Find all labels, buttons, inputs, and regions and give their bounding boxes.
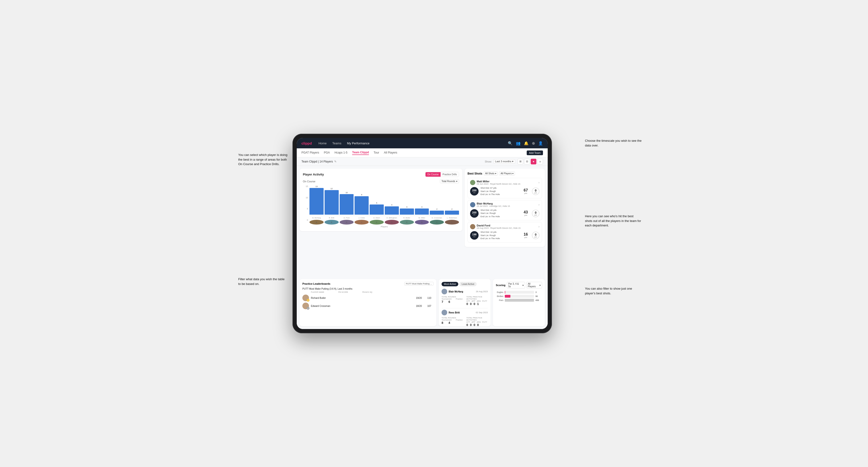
rounds-practice-label: Practice — [456, 319, 463, 321]
rounds-sub-label: Tournament — [441, 319, 452, 321]
shot-badge: 198 SG — [470, 231, 478, 240]
lb-name: Edward Crossman — [311, 305, 413, 307]
nav-items: Home Teams My Performance — [318, 142, 508, 145]
view-list-icon[interactable]: ⊟ — [524, 159, 530, 164]
most-active-tab[interactable]: Most Active — [441, 282, 458, 286]
active-player-header: Blair McHarg 26 Aug 2023 — [441, 289, 488, 294]
all-players-filter[interactable]: All Players ▾ — [499, 172, 515, 176]
bell-icon[interactable]: 🔔 — [524, 141, 529, 146]
lb-avatar: 2 — [302, 303, 309, 309]
active-players: Blair McHarg 26 Aug 2023 Total Rounds To… — [441, 289, 488, 326]
active-player-date: 02 Sep 2023 — [476, 311, 488, 314]
nav-item-teams[interactable]: Teams — [332, 142, 341, 145]
player-avatar: E — [370, 220, 384, 224]
scoring-title: Scoring — [496, 284, 505, 286]
active-player-header: Rees Britt 02 Sep 2023 — [441, 310, 488, 315]
nav-icons: 🔍 👥 🔔 ⊕ 👤 — [508, 141, 543, 146]
users-icon[interactable]: 👥 — [516, 141, 521, 146]
rounds-practice-label: Practice — [456, 298, 463, 300]
lb-score: 18/20 — [415, 305, 423, 307]
player-avatar: J — [354, 220, 369, 224]
chart-subtitle: On Course — [303, 180, 315, 183]
most-active-card: Most Active Least Active Blair McHarg 26… — [439, 279, 491, 326]
practice-leaderboards-card: Practice Leaderboards PUTT Must Make Put… — [300, 279, 436, 326]
shot-item[interactable]: David Ford 24 Aug 2023 · Royal North Dev… — [467, 222, 542, 243]
course-toggle: On Course Practice Drills — [425, 172, 459, 177]
bar-group: 5 — [370, 202, 384, 215]
practice-drills-toggle[interactable]: Practice Drills — [441, 172, 459, 177]
shot-details: 198 SG Shot Dist: 16 ydsStart Lie: Rough… — [470, 231, 539, 240]
sub-nav-all-players[interactable]: All Players — [384, 151, 397, 155]
shot-item[interactable]: Blair McHarg 23 Jul 2023 · Ashridge GC, … — [467, 200, 542, 220]
bar-group: 2 — [445, 208, 459, 215]
leaderboard-item: 1 Richard Butler 19/20 110 — [302, 294, 434, 301]
tablet-frame: clippd Home Teams My Performance 🔍 👥 🔔 ⊕… — [292, 134, 552, 333]
chart-main: 1312109543322 B. McHargR. BrittD. FordJ.… — [309, 185, 459, 228]
practice-activity-values: 0 0 0 0 — [466, 323, 488, 326]
scoring-filter1[interactable]: Par 3, 4 & 5s ▾ — [507, 282, 525, 288]
active-player-item: Rees Britt 02 Sep 2023 Total Rounds Tour… — [441, 310, 488, 326]
main-content: Player Activity On Course Practice Drill… — [297, 166, 548, 279]
add-icon[interactable]: ⊕ — [532, 141, 535, 146]
nav-logo: clippd — [302, 141, 312, 145]
bar-group: 10 — [340, 191, 354, 215]
best-shots-card: Best Shots All Shots ▾ All Players ▾ Mat… — [465, 168, 545, 247]
nav-item-home[interactable]: Home — [318, 142, 327, 145]
leaderboard-header: PLAYER NAME PB SCORE PB AVG SQ — [302, 291, 434, 293]
edit-icon[interactable]: ✎ — [334, 160, 337, 163]
bar-group: 12 — [324, 187, 339, 215]
sub-nav-hcaps[interactable]: Hcaps 1-5 — [335, 151, 347, 155]
nav-item-my-performance[interactable]: My Performance — [347, 142, 369, 145]
shot-item[interactable]: Matt Miller 09 Jun 2023 · Royal North De… — [467, 178, 542, 198]
sub-nav-pgat[interactable]: PGAT Players — [302, 151, 319, 155]
scoring-header: Scoring Par 3, 4 & 5s ▾ All Players ▾ — [496, 282, 542, 288]
practice-filter[interactable]: PUTT Must Make Putting ... — [404, 282, 434, 286]
annotation-top-right: Choose the timescale you wish to see the… — [585, 138, 642, 148]
player-avatars: BRDJEORMEL — [309, 220, 459, 224]
on-course-toggle[interactable]: On Course — [426, 172, 441, 177]
active-player-name: Rees Britt — [448, 311, 474, 314]
sub-nav-pga[interactable]: PGA — [324, 151, 330, 155]
practice-activity-labels: GTTAPPARGPUTT — [466, 321, 488, 323]
scoring-bar-item: Eagles 3 — [496, 291, 542, 294]
chevron-right-icon[interactable]: › — [538, 225, 539, 228]
scoring-bars: Eagles 3 Birdies 96 Pars 499 — [496, 291, 542, 302]
sub-nav-tour[interactable]: Tour — [374, 151, 379, 155]
view-heart-icon[interactable]: ♥ — [531, 159, 536, 164]
profile-icon[interactable]: 👤 — [538, 141, 543, 146]
player-avatar: R — [324, 220, 339, 224]
rounds-sub-label: Tournament — [441, 298, 452, 300]
chevron-right-icon[interactable]: › — [538, 203, 539, 206]
player-activity-card: Player Activity On Course Practice Drill… — [300, 168, 462, 231]
left-panel: Player Activity On Course Practice Drill… — [300, 168, 462, 276]
practice-activities-group: Total Practice Activities GTTAPPARGPUTT … — [466, 317, 488, 326]
all-shots-filter[interactable]: All Shots ▾ — [484, 172, 498, 176]
search-icon[interactable]: 🔍 — [508, 141, 513, 146]
app-val: 0 — [470, 302, 471, 306]
player-avatar: R — [400, 220, 414, 224]
scoring-bar-label: Birdies — [496, 295, 503, 298]
show-select[interactable]: Last 3 months ▾ — [493, 159, 515, 164]
team-title: Team Clippd | 14 Players — [302, 160, 333, 163]
bar-group: 2 — [430, 208, 444, 215]
bar-group: 3 — [415, 206, 429, 215]
least-active-tab[interactable]: Least Active — [459, 282, 477, 286]
view-icons: ⊞ ⊟ ♥ ≡ — [518, 159, 543, 164]
chevron-right-icon[interactable]: › — [538, 181, 539, 184]
bar-group: 3 — [400, 206, 414, 215]
leaderboard-item: 2 Edward Crossman 18/20 107 — [302, 303, 434, 309]
total-rounds-group: Total Rounds Tournament Practice 8 4 — [441, 317, 463, 326]
scoring-bar-item: Birdies 96 — [496, 295, 542, 298]
chart-filter[interactable]: Total Rounds ▾ — [440, 179, 459, 183]
sub-nav-team-clippd[interactable]: Team Clippd — [352, 151, 369, 155]
shot-player-info: David Ford 24 Aug 2023 · Royal North Dev… — [477, 224, 537, 229]
tablet-screen: clippd Home Teams My Performance 🔍 👥 🔔 ⊕… — [297, 138, 548, 329]
rank-badge: 1 — [307, 299, 309, 302]
add-team-button[interactable]: Add Team — [527, 151, 543, 155]
shot-player-info: Blair McHarg 23 Jul 2023 · Ashridge GC, … — [477, 202, 537, 207]
right-panel: Best Shots All Shots ▾ All Players ▾ Mat… — [465, 168, 545, 276]
view-grid-icon[interactable]: ⊞ — [518, 159, 523, 164]
view-menu-icon[interactable]: ≡ — [537, 159, 543, 164]
scoring-filter2[interactable]: All Players ▾ — [526, 282, 542, 288]
shot-stat-zero: 0 yds — [532, 210, 539, 217]
